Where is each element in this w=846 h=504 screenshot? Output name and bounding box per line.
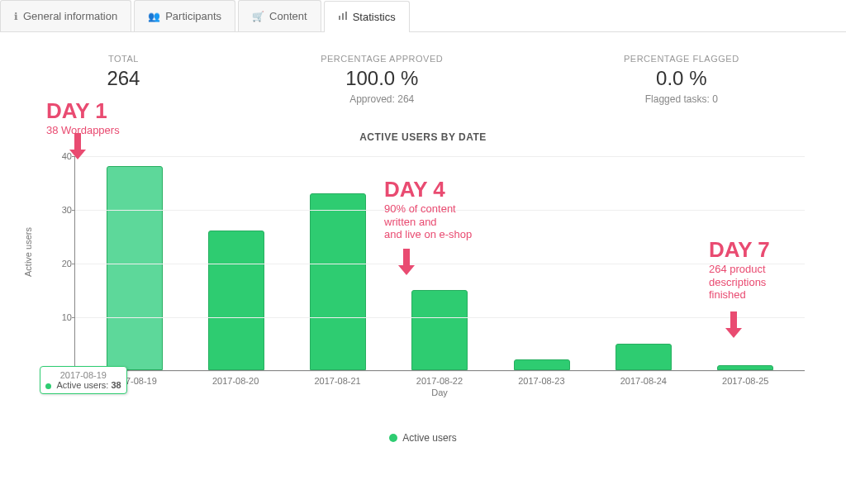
annotation-sub: and live on e-shop [384,228,472,241]
tooltip-date: 2017-08-19 [45,370,121,380]
legend-label: Active users [402,432,456,444]
annotation-sub: 90% of content [384,202,472,216]
chart-bar[interactable] [411,290,468,371]
annotation-day7: DAY 7 264 product descriptions finished [709,237,770,302]
tab-label: Content [269,10,307,22]
tab-general-information[interactable]: ℹ General information [0,0,131,31]
svg-marker-4 [69,150,86,159]
annotation-head: DAY 7 [709,237,770,263]
chart-bar[interactable] [717,365,773,371]
tab-label: General information [23,10,117,22]
arrow-icon [66,131,89,159]
chart-legend[interactable]: Active users [17,432,829,444]
stat-approved-label: PERCENTAGE APPROVED [321,54,443,64]
chart-bar[interactable] [107,166,163,370]
tooltip-value: 38 [111,380,121,390]
annotation-sub: descriptions [709,276,770,289]
annotation-sub: 264 product [709,263,770,276]
stat-flagged-value: 0.0 % [624,67,739,90]
x-tick-label: 2017-08-22 [411,376,468,386]
tab-label: Statistics [353,11,396,23]
chart-bar[interactable] [514,359,570,370]
y-tick-mark [72,210,75,211]
svg-rect-2 [345,12,347,20]
y-tick-label: 30 [54,205,72,215]
arrow-icon [395,247,418,275]
stat-flagged-sub: Flagged tasks: 0 [624,93,739,105]
stat-approved-value: 100.0 % [321,67,443,90]
svg-rect-1 [342,13,344,20]
legend-dot-icon [45,383,51,389]
svg-rect-0 [339,16,340,20]
stat-total-label: TOTAL [107,54,140,64]
chart-bar[interactable] [310,193,366,371]
x-tick-label: 2017-08-23 [513,376,569,386]
y-tick-mark [72,317,75,318]
grid-line [75,317,805,318]
annotation-sub: written and [384,216,472,229]
y-axis-label: Active users [23,227,33,277]
annotation-sub: finished [709,288,770,302]
tooltip-label: Active users: [56,380,108,390]
summary-stats: TOTAL 264 PERCENTAGE APPROVED 100.0 % Ap… [17,40,829,110]
tab-statistics[interactable]: Statistics [324,1,410,32]
svg-marker-6 [398,265,415,275]
tab-content[interactable]: 🛒 Content [238,0,321,31]
x-axis-labels: 2017-08-192017-08-202017-08-212017-08-22… [74,371,805,386]
annotation-head: DAY 4 [384,177,472,202]
grid-line [75,371,805,372]
info-icon: ℹ [14,11,18,22]
annotation-head: DAY 1 [46,98,120,124]
tab-participants[interactable]: 👥 Participants [134,0,235,31]
annotation-day4: DAY 4 90% of content written and and liv… [384,177,472,241]
chart-title: ACTIVE USERS BY DATE [17,131,829,143]
chart-area: Active users 010203040 2017-08-192017-08… [17,148,829,421]
y-tick-label: 10 [54,312,72,322]
chart-icon [338,11,348,23]
statistics-panel: TOTAL 264 PERCENTAGE APPROVED 100.0 % Ap… [0,32,846,452]
svg-marker-8 [725,328,742,338]
stat-flagged-label: PERCENTAGE FLAGGED [624,54,739,64]
x-tick-label: 2017-08-24 [615,376,672,386]
tab-label: Participants [165,10,221,22]
x-tick-label: 2017-08-21 [310,376,366,386]
stat-flagged: PERCENTAGE FLAGGED 0.0 % Flagged tasks: … [624,54,739,105]
stat-total-value: 264 [107,67,140,90]
users-icon: 👥 [148,11,160,22]
cart-icon: 🛒 [252,11,264,22]
grid-line [75,264,805,264]
arrow-icon [722,310,745,338]
legend-dot-icon [389,434,397,442]
stat-total: TOTAL 264 [107,54,140,105]
x-tick-label: 2017-08-20 [207,376,264,386]
y-tick-label: 20 [54,259,72,269]
x-axis-label: Day [74,388,805,397]
stat-approved: PERCENTAGE APPROVED 100.0 % Approved: 26… [321,54,443,105]
y-tick-mark [72,264,75,264]
chart-bar[interactable] [615,344,672,371]
tabs-bar: ℹ General information 👥 Participants 🛒 C… [0,0,846,32]
stat-approved-sub: Approved: 264 [321,93,443,105]
chart-bar[interactable] [208,231,264,370]
x-tick-label: 2017-08-25 [717,376,773,386]
grid-line [75,156,805,157]
chart-tooltip: 2017-08-19 Active users: 38 [40,366,127,394]
